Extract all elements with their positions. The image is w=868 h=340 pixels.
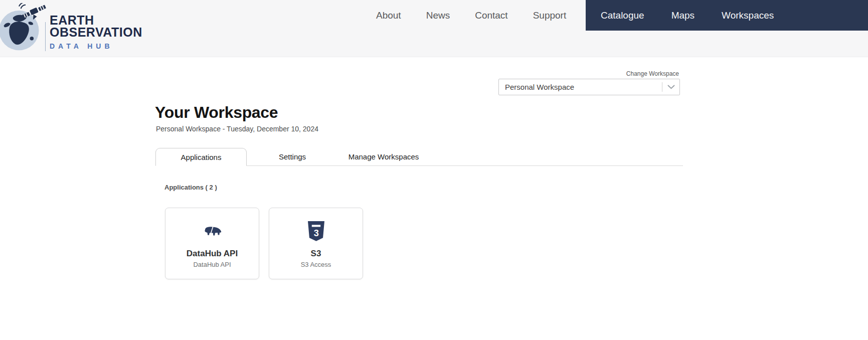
main-nav-light: About News Contact Support: [376, 0, 566, 31]
nav-item-contact[interactable]: Contact: [475, 10, 507, 21]
card-subtitle: DataHub API: [193, 261, 231, 268]
logo-text: EARTH OBSERVATION DATA HUB: [50, 14, 142, 50]
application-cards: DataHub API DataHub API 3 S3 S3 Access: [165, 208, 363, 279]
brand-line-observation: OBSERVATION: [50, 26, 142, 39]
main-nav-dark: Catalogue Maps Workspaces: [586, 0, 868, 31]
tapir-icon: [202, 220, 223, 242]
page-title: Your Workspace: [155, 103, 278, 122]
card-s3[interactable]: 3 S3 S3 Access: [269, 208, 363, 279]
brand-line-earth: EARTH: [50, 14, 142, 27]
workspace-select-value: Personal Workspace: [499, 83, 662, 91]
card-datahub-api[interactable]: DataHub API DataHub API: [165, 208, 259, 279]
site-logo[interactable]: EARTH OBSERVATION DATA HUB: [0, 3, 142, 53]
card-title: DataHub API: [187, 249, 238, 258]
tab-applications[interactable]: Applications: [155, 148, 247, 166]
chevron-down-icon: [662, 85, 679, 89]
workspace-select[interactable]: Personal Workspace: [498, 79, 680, 95]
header: EARTH OBSERVATION DATA HUB About News Co…: [0, 0, 868, 57]
card-subtitle: S3 Access: [301, 261, 331, 268]
nav-item-maps[interactable]: Maps: [671, 10, 695, 21]
brand-line-datahub: DATA HUB: [50, 43, 142, 50]
page: EARTH OBSERVATION DATA HUB About News Co…: [0, 0, 868, 340]
nav-item-workspaces[interactable]: Workspaces: [722, 10, 774, 21]
earth-globe-satellite-icon: [0, 3, 52, 53]
tab-settings[interactable]: Settings: [247, 148, 338, 165]
nav-item-support[interactable]: Support: [533, 10, 567, 21]
nav-item-news[interactable]: News: [426, 10, 450, 21]
applications-count-label: Applications ( 2 ): [164, 184, 217, 191]
change-workspace-label: Change Workspace: [626, 70, 679, 77]
card-title: S3: [311, 249, 321, 258]
nav-item-catalogue[interactable]: Catalogue: [601, 10, 644, 21]
s3-shield-icon: 3: [307, 220, 325, 242]
page-subtitle: Personal Workspace - Tuesday, December 1…: [156, 125, 318, 133]
svg-text:3: 3: [313, 228, 318, 238]
workspace-tabs: Applications Settings Manage Workspaces: [155, 148, 683, 166]
tab-manage-workspaces[interactable]: Manage Workspaces: [338, 148, 429, 165]
nav-item-about[interactable]: About: [376, 10, 401, 21]
logo-divider: [45, 22, 46, 51]
